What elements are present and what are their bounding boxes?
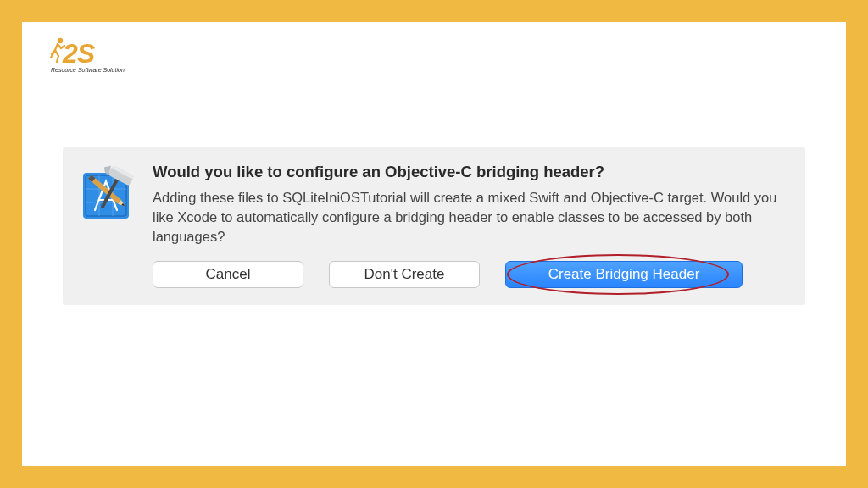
dialog-body: Adding these files to SQLiteIniOSTutoria…	[153, 188, 788, 246]
logo-char-s: S	[77, 38, 94, 69]
svg-point-0	[58, 38, 63, 43]
bridging-header-dialog: Would you like to configure an Objective…	[63, 147, 805, 305]
logo-mark: 2 S	[49, 37, 94, 69]
content-frame: 2 S Resource Software Solution	[22, 22, 846, 466]
dialog-title: Would you like to configure an Objective…	[153, 163, 788, 181]
brand-logo: 2 S Resource Software Solution	[49, 37, 125, 73]
logo-running-figure-icon	[49, 37, 66, 63]
cancel-button[interactable]: Cancel	[153, 261, 303, 288]
create-bridging-header-button[interactable]: Create Bridging Header	[505, 261, 743, 288]
logo-tagline: Resource Software Solution	[51, 67, 125, 73]
dont-create-button[interactable]: Don't Create	[329, 261, 480, 288]
dialog-button-row: Cancel Don't Create Create Bridging Head…	[153, 261, 788, 288]
xcode-app-icon	[80, 163, 137, 220]
dialog-text: Would you like to configure an Objective…	[153, 163, 788, 288]
